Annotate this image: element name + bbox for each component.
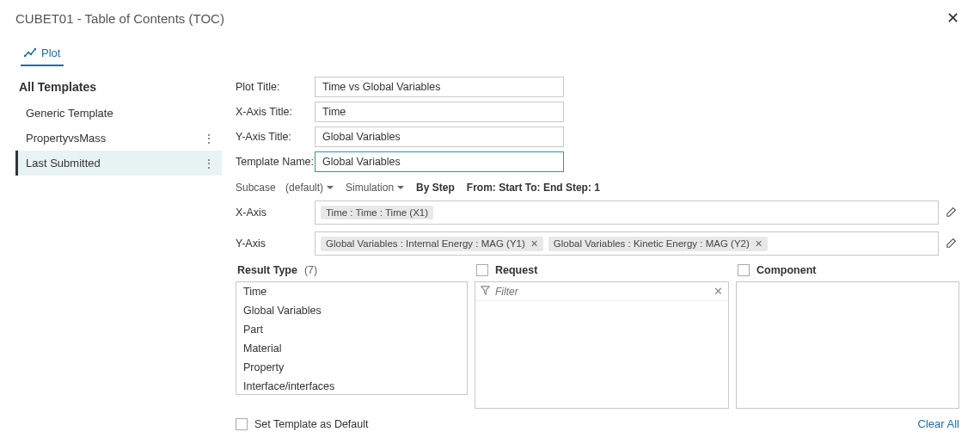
set-default-checkbox[interactable] — [236, 418, 248, 430]
component-header: Component — [756, 264, 816, 276]
chip-text: Time : Time : Time (X1) — [326, 207, 428, 218]
component-box — [736, 281, 959, 409]
request-filter-input[interactable] — [495, 286, 708, 298]
set-default-label: Set Template as Default — [254, 418, 368, 430]
chip[interactable]: Global Variables : Kinetic Energy : MAG … — [548, 237, 768, 251]
caret-down-icon — [397, 186, 404, 189]
simulation-dropdown[interactable]: Simulation — [346, 182, 404, 194]
clear-all-link[interactable]: Clear All — [918, 417, 959, 430]
list-item[interactable]: Interface/interfaces — [236, 377, 467, 395]
subcase-label: Subcase — [236, 182, 276, 194]
subcase-value: (default) — [285, 182, 323, 194]
plot-title-input[interactable] — [315, 77, 564, 97]
filter-clear-icon[interactable]: ✕ — [714, 285, 723, 298]
yaxis-label: Y-Axis — [236, 238, 315, 250]
sidebar-item-label: Last Submitted — [26, 157, 101, 170]
caret-down-icon — [327, 186, 334, 189]
bystep-label: By Step — [416, 182, 455, 194]
sidebar-title: All Templates — [15, 77, 222, 101]
request-checkbox[interactable] — [476, 264, 488, 276]
chip-text: Global Variables : Internal Energy : MAG… — [326, 238, 525, 249]
subcase-dropdown[interactable]: Subcase (default) — [236, 182, 334, 194]
list-item[interactable]: Time — [236, 282, 467, 301]
xaxis-title-input[interactable] — [315, 102, 564, 122]
result-type-header: Result Type — [237, 264, 297, 276]
xaxis-title-label: X-Axis Title: — [236, 106, 315, 118]
svg-point-1 — [28, 51, 30, 53]
tab-plot[interactable]: Plot — [21, 41, 64, 66]
list-item[interactable]: Property — [236, 358, 467, 377]
list-item[interactable]: Global Variables — [236, 301, 467, 320]
list-item[interactable]: Part — [236, 320, 467, 339]
result-type-count: (7) — [304, 264, 317, 276]
filter-icon — [481, 286, 490, 297]
result-type-listbox[interactable]: Time Global Variables Part Material Prop… — [236, 281, 468, 395]
simulation-label: Simulation — [346, 182, 394, 194]
more-icon[interactable]: ⋮ — [203, 157, 215, 170]
more-icon[interactable]: ⋮ — [203, 133, 215, 145]
yaxis-title-label: Y-Axis Title: — [236, 131, 315, 143]
list-item[interactable]: Material — [236, 339, 467, 358]
xaxis-label: X-Axis — [236, 207, 315, 219]
chip-remove-icon[interactable]: ✕ — [530, 238, 538, 250]
chip-remove-icon[interactable]: ✕ — [755, 238, 763, 250]
chip[interactable]: Time : Time : Time (X1) — [321, 206, 433, 219]
plot-icon — [24, 47, 36, 59]
sidebar-item-last-submitted[interactable]: Last Submitted ⋮ — [15, 151, 222, 176]
meta-row: Subcase (default) Simulation By Step Fro… — [236, 176, 959, 200]
sidebar-item-label: Generic Template — [26, 107, 113, 120]
sidebar-item-propertyvsmass[interactable]: PropertyvsMass ⋮ — [15, 126, 222, 151]
request-box: ✕ — [475, 281, 729, 409]
sidebar-item-label: PropertyvsMass — [26, 132, 106, 145]
sidebar-item-generic-template[interactable]: Generic Template — [15, 101, 222, 126]
yaxis-box[interactable]: Global Variables : Internal Energy : MAG… — [315, 231, 939, 256]
template-name-label: Template Name: — [236, 156, 315, 168]
range-label: From: Start To: End Step: 1 — [467, 182, 600, 194]
template-name-input[interactable] — [315, 151, 564, 172]
xaxis-box[interactable]: Time : Time : Time (X1) — [315, 200, 939, 225]
edit-icon[interactable] — [946, 206, 959, 220]
close-icon[interactable]: ✕ — [941, 7, 965, 29]
plot-title-label: Plot Title: — [236, 81, 315, 93]
chip-text: Global Variables : Kinetic Energy : MAG … — [554, 238, 750, 249]
request-header: Request — [495, 264, 537, 276]
sidebar: All Templates Generic Template Propertyv… — [15, 77, 222, 438]
edit-icon[interactable] — [946, 237, 959, 251]
svg-point-2 — [30, 52, 33, 55]
component-checkbox[interactable] — [738, 264, 750, 276]
tab-label: Plot — [41, 46, 60, 59]
window-title: CUBET01 - Table of Contents (TOC) — [15, 11, 224, 26]
chip[interactable]: Global Variables : Internal Energy : MAG… — [321, 237, 543, 251]
yaxis-title-input[interactable] — [315, 126, 564, 147]
